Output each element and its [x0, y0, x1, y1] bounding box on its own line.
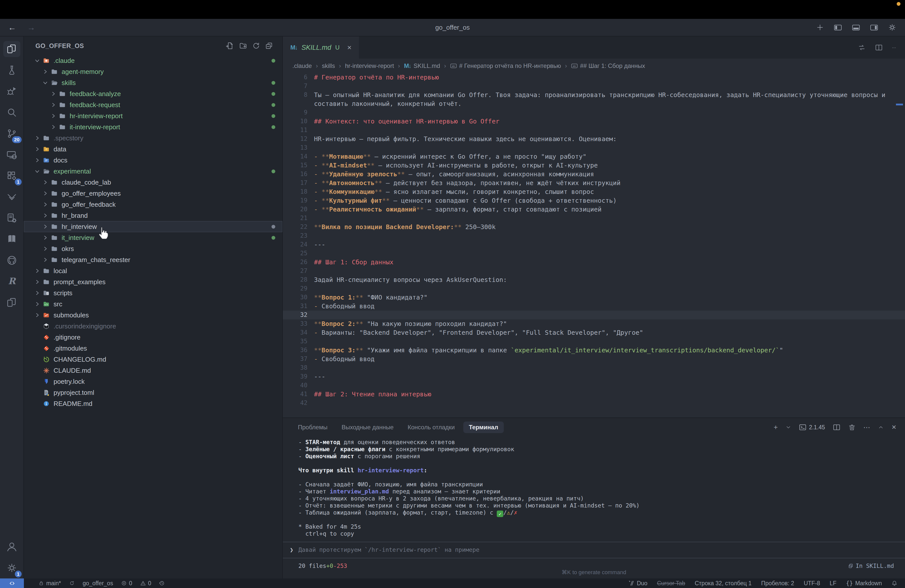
chevron-down-icon[interactable]	[785, 424, 791, 430]
tree-item-docs[interactable]: docs	[24, 155, 282, 166]
tree-item-local[interactable]: local	[24, 265, 282, 277]
code-line-36[interactable]: 36**Вопрос 3:** "Укажи имя файла транскр…	[283, 346, 905, 354]
code-line-39[interactable]: 39---	[283, 372, 905, 381]
tree-item-agent-memory[interactable]: agent-memory	[24, 66, 282, 77]
code-line-8[interactable]: 8Ты — опытный HR-аналитик для компании G…	[283, 91, 905, 99]
tree-item-okrs[interactable]: okrs	[24, 243, 282, 254]
tree-item-data[interactable]: data	[24, 144, 282, 155]
more-icon[interactable]: ⋯	[863, 423, 870, 432]
code-line-41[interactable]: 41## Шаг 2: Чтение плана интервью	[283, 390, 905, 399]
layout-bottom-icon[interactable]	[852, 23, 860, 32]
back-arrow-icon[interactable]: ←	[8, 23, 16, 32]
code-line-23[interactable]: 23	[283, 231, 905, 240]
compare-icon[interactable]	[858, 43, 866, 52]
status-item-duo[interactable]: Duo	[629, 580, 647, 587]
panel-tab-терминал[interactable]: Терминал	[463, 421, 504, 433]
tree-item-gitmodules[interactable]: .gitmodules	[24, 343, 282, 354]
code-line-37[interactable]: 37- Свободный ввод	[283, 354, 905, 364]
tree-item-go-offer-feedback[interactable]: go_offer_feedback	[24, 199, 282, 210]
activity-item-project-files[interactable]	[2, 292, 22, 313]
code-line-13[interactable]: 13	[283, 143, 905, 152]
tree-item-hr-interview[interactable]: hr_interview	[24, 221, 282, 232]
status-item-bell[interactable]	[891, 580, 897, 586]
status-item-markdown[interactable]: {}Markdown	[846, 580, 882, 587]
code-line-9[interactable]: 9	[283, 108, 905, 117]
activity-item-settings[interactable]: 1	[2, 557, 22, 578]
breadcrumb-item-шаг-1-сбор-данных[interactable]: abc## Шаг 1: Сбор данных	[571, 62, 645, 70]
tree-item-src[interactable]: </>src	[24, 299, 282, 310]
remote-indicator[interactable]	[0, 578, 24, 588]
code-line-42[interactable]: 42	[283, 399, 905, 407]
status-item-пробелов-2[interactable]: Пробелов: 2	[761, 580, 794, 587]
tree-item-submodules[interactable]: submodules	[24, 310, 282, 321]
activity-item-remote-explorer[interactable]	[2, 144, 22, 165]
plus-icon[interactable]: +	[774, 423, 778, 431]
tree-item-scripts[interactable]: scripts	[24, 288, 282, 299]
tree-item-experimental[interactable]: experimental	[24, 166, 282, 177]
status-item-0[interactable]: 0	[140, 580, 151, 587]
code-line-22[interactable]: 22**Вилка по позиции Backend Developer:*…	[283, 222, 905, 231]
tree-item-changelog-md[interactable]: CHANGELOG.md	[24, 354, 282, 365]
tree-item-poetry-lock[interactable]: poetry.lock	[24, 376, 282, 387]
code-line-24[interactable]: 24---	[283, 240, 905, 249]
code-line-7[interactable]: 7	[283, 82, 905, 91]
tree-item-telegram-chats-reester[interactable]: telegram_chats_reester	[24, 254, 282, 265]
activity-item-source-control[interactable]: 20	[2, 123, 22, 144]
tree-item-hr-interview-report[interactable]: hr-interview-report	[24, 110, 282, 121]
activity-item-gitlens[interactable]	[2, 186, 22, 208]
activity-item-snippets[interactable]	[2, 208, 22, 229]
activity-item-explorer[interactable]	[2, 38, 22, 60]
layout-left-icon[interactable]	[834, 23, 842, 32]
code-line-12[interactable]: 12HR-интервью — первый фильтр. Техническ…	[283, 135, 905, 143]
status-item-cursor-tab[interactable]: Cursor Tab	[657, 580, 685, 587]
tree-item-it-interview-report[interactable]: it-interview-report	[24, 121, 282, 132]
code-line-27[interactable]: 27	[283, 267, 905, 275]
tree-item-skills[interactable]: skills	[24, 77, 282, 88]
panel-tab-выходные-данные[interactable]: Выходные данные	[336, 421, 399, 433]
activity-item-search[interactable]	[2, 102, 22, 123]
code-line-29[interactable]: 29	[283, 284, 905, 293]
status-item-go-offer-os[interactable]: go_offer_os	[83, 580, 113, 587]
tree-item-claude-md[interactable]: CLAUDE.md	[24, 365, 282, 376]
tree-item-readme-md[interactable]: README.md	[24, 398, 282, 409]
status-item-history[interactable]	[159, 580, 165, 586]
tree-item-feedback-analyze[interactable]: feedback-analyze	[24, 88, 282, 99]
status-item-строка-32-столбец-1[interactable]: Строка 32, столбец 1	[695, 580, 751, 587]
tree-item-hr-brand[interactable]: hr_brand	[24, 210, 282, 221]
settings-gear-icon[interactable]	[888, 23, 897, 32]
code-line-17[interactable]: 17- **Автономность** — действует без над…	[283, 178, 905, 188]
tree-item-it-interview[interactable]: it_interview	[24, 232, 282, 243]
status-item-lf[interactable]: LF	[830, 580, 837, 587]
code-line-18[interactable]: 18- **Коммуникацию** — ясно излагает мыс…	[283, 188, 905, 196]
code-line-38[interactable]: 38	[283, 364, 905, 372]
forward-arrow-icon[interactable]: →	[27, 23, 35, 32]
close-tab-icon[interactable]: ×	[347, 43, 352, 52]
tab-skill-md[interactable]: M↓ SKILL.md U ×	[283, 37, 359, 59]
code-line-20[interactable]: 20- **Реалистичность ожиданий** — зарпла…	[283, 205, 905, 214]
activity-item-regex[interactable]: R	[2, 271, 22, 292]
activity-item-account[interactable]	[2, 536, 22, 557]
code-line-28[interactable]: 28Задай HR-специалисту вопросы через Ask…	[283, 275, 905, 284]
tree-item-cursorindexingignore[interactable]: .cursorindexingignore	[24, 321, 282, 332]
panel-tab-консоль-отладки[interactable]: Консоль отладки	[402, 421, 460, 433]
activity-item-github[interactable]	[2, 250, 22, 271]
status-item-utf-8[interactable]: UTF-8	[804, 580, 820, 587]
code-line-19[interactable]: 19- **Культурный фит** — ценности совпад…	[283, 196, 905, 205]
code-editor[interactable]: 6# Генератор отчёта по HR-интервью78Ты —…	[283, 73, 905, 418]
terminal[interactable]: ⌘K to generate command - STAR-метод для …	[283, 435, 905, 578]
layout-right-icon[interactable]	[870, 23, 878, 32]
breadcrumb-item-skill-md[interactable]: M↓SKILL.md	[404, 62, 440, 70]
tree-item-prompt-examples[interactable]: prompt_examples	[24, 277, 282, 288]
refresh-icon[interactable]	[252, 42, 260, 50]
tree-item-claude-code-lab[interactable]: claude_code_lab	[24, 177, 282, 188]
in-file-indicator[interactable]: In SKILL.md	[848, 563, 894, 569]
activity-item-extensions[interactable]: 1	[2, 165, 22, 186]
code-line-31[interactable]: 31- Свободный ввод	[283, 302, 905, 311]
new-file-icon[interactable]	[226, 42, 234, 50]
terminal-box-icon[interactable]: 2.1.45	[799, 424, 825, 431]
breadcrumb-item-hr-interview-report[interactable]: hr-interview-report	[345, 62, 394, 70]
code-line-26[interactable]: 26## Шаг 1: Сбор данных	[283, 258, 905, 267]
split-icon[interactable]	[833, 423, 841, 431]
split-icon[interactable]	[875, 43, 883, 52]
code-line-wrap[interactable]: составить лаконичный, конкретный отчёт.	[283, 99, 905, 108]
